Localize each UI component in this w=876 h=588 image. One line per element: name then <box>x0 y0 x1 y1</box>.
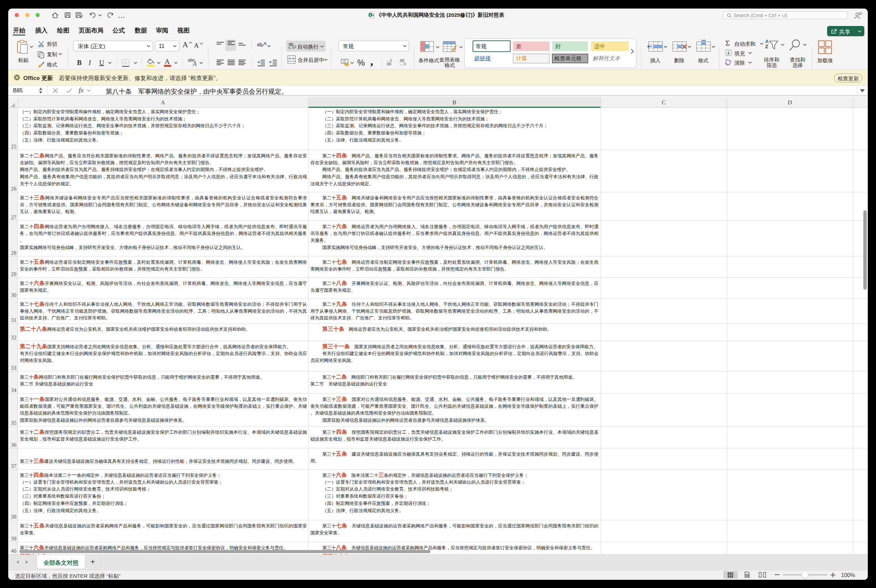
svg-text:X: X <box>369 14 371 17</box>
